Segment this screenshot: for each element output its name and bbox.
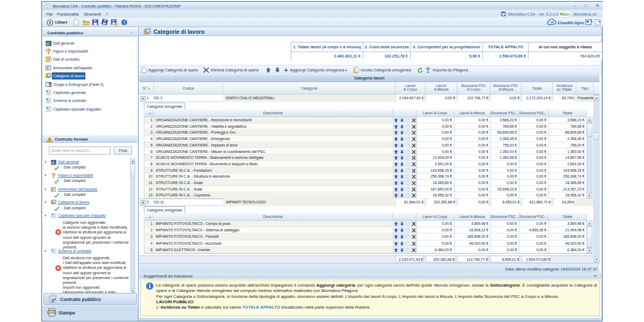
svg-text:?: ? (123, 20, 126, 25)
